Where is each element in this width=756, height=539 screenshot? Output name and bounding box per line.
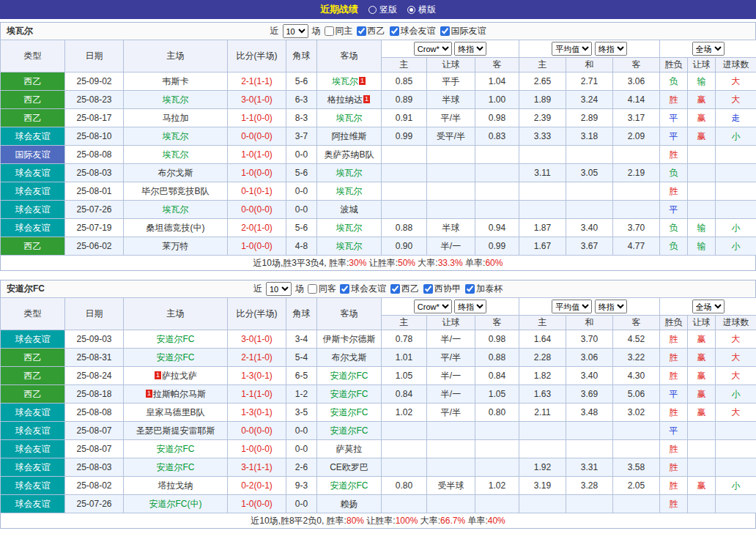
avg-draw-odds: 3.18 [566, 127, 613, 146]
away-team-link[interactable]: 安道尔FC [317, 404, 382, 422]
odds-book-select[interactable]: Crow* [414, 42, 452, 56]
away-team-link[interactable]: 埃瓦尔 [317, 182, 382, 201]
away-team-link[interactable]: 萨莫拉 [317, 440, 382, 458]
view-vertical-radio[interactable]: 竖版 [368, 4, 397, 16]
avg-home-odds: 1.63 [519, 385, 566, 404]
league-checkbox-input[interactable] [390, 26, 399, 36]
avg-home-odds: 1.89 [519, 91, 566, 109]
league-filter-checkbox[interactable]: 西协甲 [423, 283, 461, 295]
home-team-link[interactable]: 埃瓦尔 [124, 127, 228, 146]
away-team-link[interactable]: 安道尔FC [317, 477, 382, 495]
home-team-link[interactable]: 安道尔FC(中) [124, 495, 228, 513]
league-filter-checkbox[interactable]: 西乙 [390, 283, 419, 295]
avg-select[interactable]: 平均值 [552, 300, 592, 313]
fulltime-select[interactable]: 全场 [692, 300, 724, 313]
league-checkbox-input[interactable] [440, 26, 450, 36]
home-team-link[interactable]: 韦斯卡 [124, 73, 228, 91]
result-goals: 大 [716, 367, 756, 385]
away-team-link[interactable]: 格拉纳达1 [317, 91, 382, 109]
match-row: 球会友谊 25-07-26 安道尔FC(中) 1-0(0-0) 0-0 赖扬 胜 [1, 495, 756, 513]
match-count-select[interactable]: 10 [283, 24, 308, 38]
away-team-link[interactable]: CE欧罗巴 [317, 458, 382, 477]
league-checkbox-input[interactable] [423, 284, 433, 294]
match-row: 球会友谊 25-08-07 圣瑟巴斯提安雷耶斯 0-0(0-0) 0-0 安道尔… [1, 422, 756, 440]
match-date: 25-08-07 [65, 422, 124, 440]
view-horizontal-radio[interactable]: 横版 [407, 4, 436, 16]
home-team-link[interactable]: 1萨拉戈萨 [124, 367, 228, 385]
away-team-link[interactable]: 布尔戈斯 [317, 349, 382, 367]
home-team-link[interactable]: 马拉加 [124, 109, 228, 127]
home-team-link[interactable]: 1拉斯帕尔马斯 [124, 385, 228, 404]
avg-draw-odds [566, 422, 613, 440]
odds-book-select[interactable]: Crow* [414, 300, 452, 313]
home-team-link[interactable]: 安道尔FC [124, 458, 228, 477]
col-score: 比分(半场) [228, 40, 286, 73]
home-team-link[interactable]: 安道尔FC [124, 330, 228, 349]
avg-home-odds [519, 422, 566, 440]
away-team-link[interactable]: 安道尔FC [317, 367, 382, 385]
same-venue-checkbox-input[interactable] [308, 284, 317, 294]
away-team-link[interactable]: 赖扬 [317, 495, 382, 513]
away-team-link[interactable]: 埃瓦尔1 [317, 73, 382, 91]
away-team-link[interactable]: 安道尔FC [317, 385, 382, 404]
away-team-link[interactable]: 奥萨苏纳B队 [317, 146, 382, 164]
odds-kind-select[interactable]: 终指 [454, 42, 486, 56]
away-team-link[interactable]: 伊斯卡尔德斯 [317, 330, 382, 349]
corner-score: 9-3 [286, 477, 317, 495]
league-checkbox-input[interactable] [390, 284, 400, 294]
col-odds-home: 主 [382, 316, 427, 330]
away-team-link[interactable]: 埃瓦尔 [317, 219, 382, 237]
match-count-select[interactable]: 10 [266, 282, 292, 296]
competition-badge: 西乙 [1, 109, 65, 127]
away-team-link[interactable]: 埃瓦尔 [317, 164, 382, 182]
home-team-link[interactable]: 皇家马德里B队 [124, 404, 228, 422]
home-team-link[interactable]: 安道尔FC [124, 440, 228, 458]
home-team-link[interactable]: 圣瑟巴斯提安雷耶斯 [124, 422, 228, 440]
home-team-link[interactable]: 塔拉戈纳 [124, 477, 228, 495]
col-away: 客场 [317, 40, 382, 73]
league-filter-checkbox[interactable]: 球会友谊 [340, 283, 386, 295]
odds-away [475, 458, 519, 477]
home-team-link[interactable]: 埃瓦尔 [124, 91, 228, 109]
same-venue-checkbox[interactable]: 同客 [308, 283, 336, 295]
result-wdl: 胜 [660, 495, 688, 513]
result-goals [716, 164, 756, 182]
same-venue-checkbox[interactable]: 同主 [325, 25, 353, 37]
home-team-link[interactable]: 埃瓦尔 [124, 146, 228, 164]
league-filter-checkbox[interactable]: 加泰杯 [465, 283, 503, 295]
avg-kind-select[interactable]: 终指 [595, 42, 627, 56]
league-filter-checkbox[interactable]: 国际友谊 [440, 25, 486, 37]
avg-kind-select[interactable]: 终指 [595, 300, 627, 313]
league-checkbox-input[interactable] [465, 284, 475, 294]
odds-kind-select[interactable]: 终指 [454, 300, 486, 313]
away-team-link[interactable]: 埃瓦尔 [317, 109, 382, 127]
league-label: 西乙 [401, 283, 419, 295]
match-row: 西乙 25-08-31 安道尔FC 2-1(1-0) 5-4 布尔戈斯 1.01… [1, 349, 756, 367]
away-team-link[interactable]: 安道尔FC [317, 422, 382, 440]
away-team-link[interactable]: 阿拉维斯 [317, 127, 382, 146]
league-filter-checkbox[interactable]: 西乙 [357, 25, 385, 37]
home-team-link[interactable]: 布尔戈斯 [124, 164, 228, 182]
home-team-link[interactable]: 莱万特 [124, 237, 228, 256]
avg-select[interactable]: 平均值 [552, 42, 592, 56]
avg-away-odds [613, 440, 660, 458]
league-filter-checkbox[interactable]: 球会友谊 [390, 25, 436, 37]
match-score: 3-1(1-1) [228, 458, 286, 477]
away-team-link[interactable]: 埃瓦尔 [317, 237, 382, 256]
home-team-link[interactable]: 埃瓦尔 [124, 201, 228, 219]
league-checkbox-input[interactable] [340, 284, 349, 294]
home-team-link[interactable]: 桑坦德竞技(中) [124, 219, 228, 237]
result-goals [716, 182, 756, 201]
away-team-link[interactable]: 波城 [317, 201, 382, 219]
fulltime-select[interactable]: 全场 [692, 42, 724, 56]
corner-score: 0-0 [286, 495, 317, 513]
same-venue-checkbox-input[interactable] [325, 26, 334, 36]
result-goals: 走 [716, 109, 756, 127]
odds-home [382, 182, 427, 201]
home-team-link[interactable]: 安道尔FC [124, 349, 228, 367]
result-wdl: 胜 [660, 349, 688, 367]
league-checkbox-input[interactable] [357, 26, 366, 36]
result-goals [716, 146, 756, 164]
team-label: 埃瓦尔 [332, 76, 358, 86]
home-team-link[interactable]: 毕尔巴鄂竞技B队 [124, 182, 228, 201]
